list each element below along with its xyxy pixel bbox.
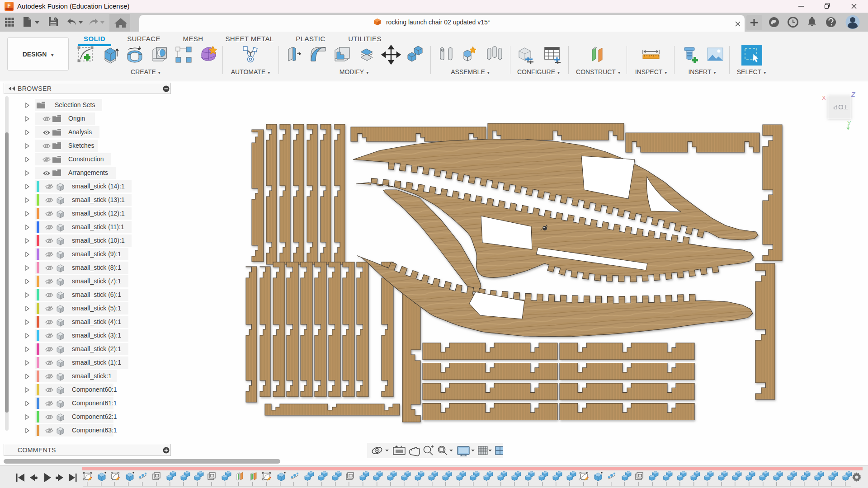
svg-text:F: F xyxy=(7,3,10,9)
